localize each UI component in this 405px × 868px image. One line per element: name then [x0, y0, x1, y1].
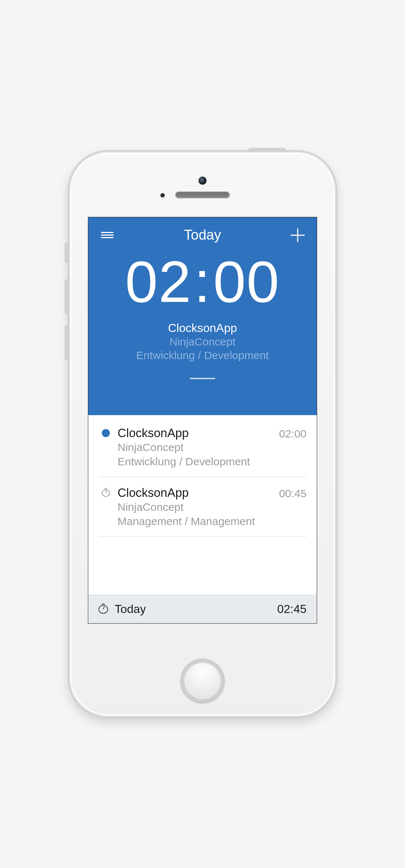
- add-button[interactable]: [289, 226, 306, 244]
- home-button[interactable]: [181, 659, 224, 703]
- active-dot-icon: [102, 429, 110, 437]
- footer-label: Today: [115, 602, 146, 616]
- current-client: NinjaConcept: [99, 335, 306, 349]
- power-button[interactable]: [249, 148, 285, 151]
- entry-client: NinjaConcept: [118, 440, 279, 454]
- entry-project: ClocksonApp: [118, 486, 279, 500]
- app-screen: Today 02:00 ClocksonApp NinjaConcept Ent…: [88, 217, 317, 624]
- volume-up[interactable]: [65, 279, 68, 314]
- drag-handle[interactable]: [190, 378, 215, 379]
- front-camera: [198, 177, 207, 185]
- stopwatch-icon: [102, 489, 110, 497]
- proximity-sensor: [160, 193, 165, 197]
- entry-client: NinjaConcept: [118, 500, 279, 514]
- nav-bar: Today: [99, 226, 306, 244]
- phone-frame: Today 02:00 ClocksonApp NinjaConcept Ent…: [68, 150, 337, 718]
- status-indicator: [99, 486, 113, 497]
- earpiece: [175, 191, 230, 199]
- menu-button[interactable]: [99, 226, 116, 244]
- entry-category: Management / Management: [118, 514, 279, 528]
- entry-list[interactable]: ClocksonApp NinjaConcept Entwicklung / D…: [88, 415, 317, 595]
- status-indicator: [99, 426, 113, 437]
- entry-project: ClocksonApp: [118, 426, 279, 440]
- timer-display: 02:00: [99, 252, 306, 311]
- list-item[interactable]: ClocksonApp NinjaConcept Management / Ma…: [99, 477, 306, 537]
- timer-minutes: 00: [213, 249, 280, 314]
- volume-down[interactable]: [65, 325, 68, 360]
- summary-footer: Today 02:45: [88, 595, 317, 623]
- plus-icon: [291, 228, 305, 242]
- current-category: Entwicklung / Development: [99, 348, 306, 362]
- current-project: ClocksonApp: [99, 321, 306, 335]
- entry-duration: 02:00: [279, 426, 306, 440]
- current-task-meta: ClocksonApp NinjaConcept Entwicklung / D…: [99, 321, 306, 362]
- entry-category: Entwicklung / Development: [118, 454, 279, 469]
- header-panel: Today 02:00 ClocksonApp NinjaConcept Ent…: [88, 217, 317, 415]
- stopwatch-icon: [99, 604, 108, 614]
- menu-icon: [101, 230, 114, 240]
- entry-duration: 00:45: [279, 486, 306, 500]
- mute-switch[interactable]: [65, 243, 68, 263]
- page-title: Today: [184, 227, 221, 243]
- footer-total: 02:45: [277, 602, 306, 616]
- list-item[interactable]: ClocksonApp NinjaConcept Entwicklung / D…: [99, 417, 306, 477]
- timer-hours: 02: [125, 249, 192, 314]
